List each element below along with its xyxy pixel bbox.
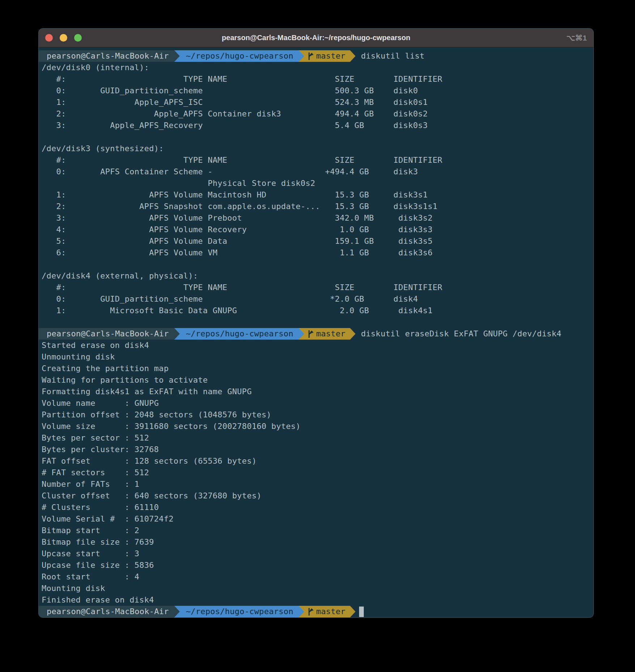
- terminal-output-line: Mounting disk: [42, 583, 593, 594]
- command-text: diskutil eraseDisk ExFAT GNUPG /dev/disk…: [361, 328, 561, 340]
- prompt-git-segment: master: [304, 50, 350, 62]
- terminal-output-line: /dev/disk3 (synthesized):: [42, 143, 593, 154]
- terminal-output-line: Physical Store disk0s2: [42, 178, 593, 189]
- terminal-output-line: 5: APFS Volume Data 159.1 GB disk3s5: [42, 235, 593, 247]
- powerline-separator-icon: [299, 50, 304, 62]
- close-button[interactable]: [45, 34, 53, 42]
- powerline-separator-icon: [350, 50, 355, 62]
- git-branch-label: master: [316, 328, 345, 340]
- terminal-output-line: # Clusters : 61110: [42, 502, 593, 513]
- terminal-output-line: Finished erase on disk4: [42, 594, 593, 606]
- terminal-output-line: Bytes per cluster: 32768: [42, 444, 593, 455]
- prompt-path-segment: ~/repos/hugo-cwpearson: [180, 328, 299, 340]
- terminal-output-line: 2: APFS Snapshot com.apple.os.update-...…: [42, 201, 593, 212]
- shell-prompt: pearson@Carls-MacBook-Air~/repos/hugo-cw…: [42, 50, 593, 62]
- shell-prompt: pearson@Carls-MacBook-Air~/repos/hugo-cw…: [42, 328, 593, 340]
- zoom-button[interactable]: [74, 34, 82, 42]
- shell-prompt: pearson@Carls-MacBook-Air~/repos/hugo-cw…: [42, 606, 593, 617]
- terminal-output-line: 1: APFS Volume Macintosh HD 15.3 GB disk…: [42, 189, 593, 201]
- prompt-git-segment: master: [304, 328, 350, 340]
- git-branch-label: master: [316, 606, 345, 617]
- terminal-output-line: 0: GUID_partition_scheme *2.0 GB disk4: [42, 293, 593, 305]
- terminal-output-line: Partition offset : 2048 sectors (1048576…: [42, 409, 593, 421]
- blank-line: [42, 316, 593, 328]
- terminal-output-line: Volume size : 3911680 sectors (200278016…: [42, 421, 593, 432]
- terminal-output-line: Creating the partition map: [42, 363, 593, 374]
- powerline-separator-icon: [174, 606, 180, 617]
- terminal-output-line: #: TYPE NAME SIZE IDENTIFIER: [42, 154, 593, 166]
- terminal-output-line: 0: GUID_partition_scheme 500.3 GB disk0: [42, 85, 593, 97]
- terminal-output-line: Bitmap file size : 7639: [42, 536, 593, 548]
- terminal-output-line: Bitmap start : 2: [42, 525, 593, 536]
- prompt-user-segment: pearson@Carls-MacBook-Air: [39, 328, 174, 340]
- terminal-output-line: 0: APFS Container Scheme - +494.4 GB dis…: [42, 166, 593, 178]
- powerline-separator-icon: [350, 328, 355, 340]
- terminal-output-line: 1: Apple_APFS_ISC 524.3 MB disk0s1: [42, 97, 593, 108]
- terminal-output-line: #: TYPE NAME SIZE IDENTIFIER: [42, 282, 593, 293]
- command-text: diskutil list: [361, 50, 425, 62]
- terminal-output-line: 6: APFS Volume VM 1.1 GB disk3s6: [42, 247, 593, 259]
- terminal-window: pearson@Carls-MacBook-Air:~/repos/hugo-c…: [38, 28, 594, 618]
- terminal-output-line: 3: Apple_APFS_Recovery 5.4 GB disk0s3: [42, 120, 593, 131]
- terminal-output-line: Upcase file size : 5836: [42, 560, 593, 571]
- minimize-button[interactable]: [60, 34, 67, 42]
- powerline-separator-icon: [174, 328, 180, 340]
- prompt-user-segment: pearson@Carls-MacBook-Air: [39, 606, 174, 617]
- git-branch-icon: [307, 608, 314, 616]
- git-branch-label: master: [316, 50, 345, 62]
- powerline-separator-icon: [174, 50, 180, 62]
- terminal-output-line: Volume name : GNUPG: [42, 397, 593, 409]
- terminal-output-line: Unmounting disk: [42, 351, 593, 363]
- terminal-output-line: Started erase on disk4: [42, 340, 593, 351]
- traffic-lights: [45, 34, 82, 42]
- prompt-user-segment: pearson@Carls-MacBook-Air: [39, 50, 174, 62]
- terminal-output-line: Number of FATs : 1: [42, 479, 593, 490]
- titlebar[interactable]: pearson@Carls-MacBook-Air:~/repos/hugo-c…: [39, 29, 593, 47]
- terminal-body[interactable]: pearson@Carls-MacBook-Air~/repos/hugo-cw…: [39, 47, 593, 617]
- terminal-output-line: Waiting for partitions to activate: [42, 374, 593, 386]
- terminal-output-line: # FAT sectors : 512: [42, 467, 593, 479]
- terminal-cursor: [359, 607, 364, 617]
- blank-line: [42, 259, 593, 270]
- prompt-git-segment: master: [304, 606, 350, 617]
- powerline-separator-icon: [350, 606, 355, 617]
- terminal-output-line: 1: Microsoft Basic Data GNUPG 2.0 GB dis…: [42, 305, 593, 316]
- terminal-output-line: #: TYPE NAME SIZE IDENTIFIER: [42, 73, 593, 85]
- terminal-output-line: Volume Serial # : 610724f2: [42, 513, 593, 525]
- terminal-output-line: Upcase start : 3: [42, 548, 593, 560]
- prompt-path-segment: ~/repos/hugo-cwpearson: [180, 606, 299, 617]
- terminal-output-line: 4: APFS Volume Recovery 1.0 GB disk3s3: [42, 224, 593, 235]
- terminal-output-line: Cluster offset : 640 sectors (327680 byt…: [42, 490, 593, 502]
- blank-line: [42, 131, 593, 143]
- desktop-background: pearson@Carls-MacBook-Air:~/repos/hugo-c…: [0, 0, 635, 672]
- terminal-output-line: /dev/disk0 (internal):: [42, 62, 593, 73]
- window-title: pearson@Carls-MacBook-Air:~/repos/hugo-c…: [39, 34, 593, 42]
- prompt-path-segment: ~/repos/hugo-cwpearson: [180, 50, 299, 62]
- terminal-output-line: Bytes per sector : 512: [42, 432, 593, 444]
- terminal-output-line: FAT offset : 128 sectors (65536 bytes): [42, 455, 593, 467]
- git-branch-icon: [307, 52, 314, 60]
- git-branch-icon: [307, 330, 314, 338]
- powerline-separator-icon: [299, 606, 304, 617]
- window-shortcut-badge: ⌥⌘1: [566, 34, 587, 42]
- powerline-separator-icon: [299, 328, 304, 340]
- terminal-output-line: Root start : 4: [42, 571, 593, 583]
- terminal-output-line: 3: APFS Volume Preboot 342.0 MB disk3s2: [42, 212, 593, 224]
- terminal-output-line: /dev/disk4 (external, physical):: [42, 270, 593, 282]
- terminal-output-line: Formatting disk4s1 as ExFAT with name GN…: [42, 386, 593, 397]
- terminal-output-line: 2: Apple_APFS Container disk3 494.4 GB d…: [42, 108, 593, 120]
